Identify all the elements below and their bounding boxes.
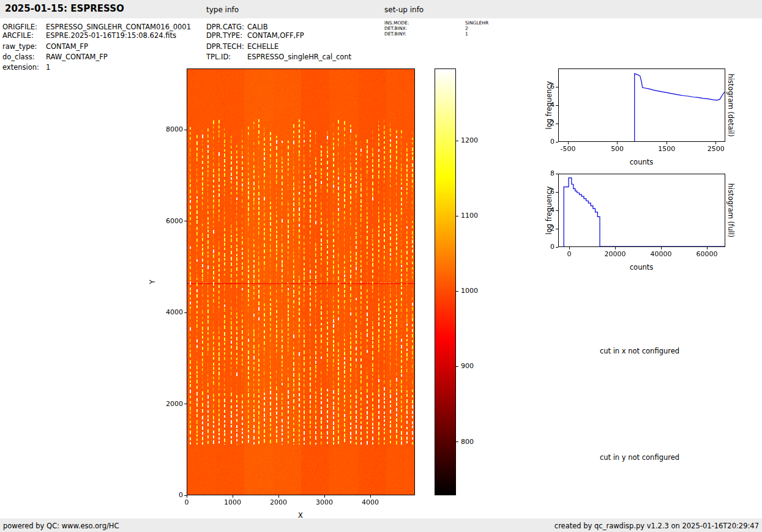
tick-mark <box>556 210 558 211</box>
info-row-ins-mode: INS.MODE: SINGLEHR <box>384 20 409 26</box>
cut-y-message: cut in y not configured <box>548 453 731 462</box>
info-value: RAW_CONTAM_FP <box>46 53 108 61</box>
histogram-detail-title: histogram (detail) <box>727 73 735 136</box>
histogram-full-frame <box>558 174 725 247</box>
histogram-full-xlabel: counts <box>630 263 653 272</box>
info-label: ORIGFILE: <box>2 23 37 31</box>
info-row-dpr-tech: DPR.TECH: ECHELLE <box>206 42 244 51</box>
tick-mark <box>456 441 458 442</box>
info-row-dpr-catg: DPR.CATG: CALIB <box>206 23 244 31</box>
x-tick-label: -500 <box>543 145 592 153</box>
info-row-extension: extension: 1 <box>2 63 39 72</box>
info-label: do_class: <box>2 53 35 61</box>
y-tick-label: 2 <box>550 119 555 127</box>
colorbar-frame <box>435 68 456 495</box>
footer-right-text: created by qc_rawdisp.py v1.2.3 on 2025-… <box>555 522 759 530</box>
page-title: 2025-01-15: ESPRESSO <box>5 3 124 14</box>
tick-mark <box>556 229 558 229</box>
histogram-detail-frame <box>558 68 725 142</box>
tick-mark <box>715 142 716 144</box>
tick-mark <box>667 142 667 144</box>
tick-mark <box>184 312 187 313</box>
tick-mark <box>456 216 458 216</box>
tick-mark <box>568 142 569 144</box>
x-tick-label: 500 <box>593 145 642 153</box>
info-label: DET.BINY: <box>384 31 406 37</box>
y-tick-label: 4000 <box>166 308 183 316</box>
y-tick-label: 4 <box>550 206 555 214</box>
tick-mark <box>456 141 458 141</box>
main-plot-ylabel: Y <box>148 279 157 284</box>
colorbar-tick-label: 800 <box>461 438 474 446</box>
tick-mark <box>324 495 325 498</box>
x-tick-label: 1000 <box>208 498 257 506</box>
x-tick-label: 4000 <box>346 498 395 506</box>
tick-mark <box>617 142 618 144</box>
footer-left-text: powered by QC: www.eso.org/HC <box>3 522 119 530</box>
colorbar-tick-label: 1100 <box>461 212 478 220</box>
info-row-tpl-id: TPL.ID: ESPRESSO_singleHR_cal_cont <box>206 53 231 61</box>
x-tick-label: 0 <box>162 498 211 506</box>
x-tick-label: 1500 <box>642 145 691 153</box>
colorbar-tick-label: 1000 <box>461 287 478 295</box>
histogram-detail-xlabel: counts <box>630 158 653 166</box>
colorbar-tick-label: 900 <box>461 362 474 370</box>
histogram-detail-plot <box>559 69 725 141</box>
info-label: DPR.TYPE: <box>206 31 242 40</box>
info-label: DPR.TECH: <box>206 42 244 51</box>
qc-raw-display-page: 2025-01-15: ESPRESSO type info set-up in… <box>0 0 762 532</box>
tick-mark <box>187 495 187 498</box>
y-tick-label: 8000 <box>166 125 183 133</box>
tick-mark <box>556 142 558 142</box>
x-tick-label: 3000 <box>300 498 349 506</box>
y-tick-label: 2 <box>550 224 555 232</box>
tick-mark <box>456 291 458 292</box>
info-value: ESPRESSO_SINGLEHR_CONTAM016_0001 <box>46 23 191 31</box>
info-value: CONTAM_FP <box>46 42 88 51</box>
info-value: CONTAM,OFF,FP <box>247 31 304 40</box>
tick-mark <box>184 221 187 221</box>
info-value: ESPRESSO_singleHR_cal_cont <box>247 53 351 61</box>
y-tick-label: 6 <box>550 188 555 196</box>
info-label: raw_type: <box>2 42 37 51</box>
x-tick-label: 40000 <box>637 250 685 258</box>
y-tick-label: 6000 <box>166 217 183 225</box>
tick-mark <box>707 247 708 249</box>
tick-mark <box>184 130 187 130</box>
tick-mark <box>556 124 558 124</box>
tick-mark <box>661 247 662 249</box>
histogram-full-plot <box>559 174 725 246</box>
y-tick-label: 2000 <box>166 400 183 408</box>
info-row-dpr-type: DPR.TYPE: CONTAM,OFF,FP <box>206 31 242 40</box>
info-row-det-binx: DET.BINX: 2 <box>384 26 407 31</box>
type-info-heading: type info <box>206 6 239 14</box>
tick-mark <box>278 495 279 498</box>
colorbar <box>435 69 455 495</box>
header-bar: 2025-01-15: ESPRESSO type info set-up in… <box>0 0 762 18</box>
tick-mark <box>615 247 616 249</box>
info-row-raw-type: raw_type: CONTAM_FP <box>2 42 37 51</box>
y-tick-label: 4 <box>550 101 555 109</box>
raw-detector-image <box>187 69 414 495</box>
info-row-do-class: do_class: RAW_CONTAM_FP <box>2 53 35 61</box>
info-value: ECHELLE <box>247 42 278 51</box>
tick-mark <box>184 495 187 496</box>
tick-mark <box>556 105 558 106</box>
info-label: DPR.CATG: <box>206 23 244 31</box>
info-value: CALIB <box>247 23 268 31</box>
info-value: 1 <box>46 63 50 72</box>
info-value: 1 <box>465 31 468 37</box>
tick-mark <box>233 495 233 498</box>
info-label: TPL.ID: <box>206 53 231 61</box>
x-tick-label: 2500 <box>692 145 741 153</box>
tick-mark <box>456 366 458 367</box>
info-row-origfile: ORIGFILE: ESPRESSO_SINGLEHR_CONTAM016_00… <box>2 23 37 31</box>
info-label: extension: <box>2 63 39 72</box>
colorbar-tick-label: 1200 <box>461 136 478 144</box>
info-value: SINGLEHR <box>465 20 488 26</box>
x-tick-label: 20000 <box>591 250 640 258</box>
y-tick-label: 8 <box>550 169 555 177</box>
footer-bar: powered by QC: www.eso.org/HC created by… <box>0 519 762 532</box>
info-value: ESPRE.2025-01-16T19:15:08.624.fits <box>46 31 176 40</box>
cut-x-message: cut in x not configured <box>548 347 731 355</box>
